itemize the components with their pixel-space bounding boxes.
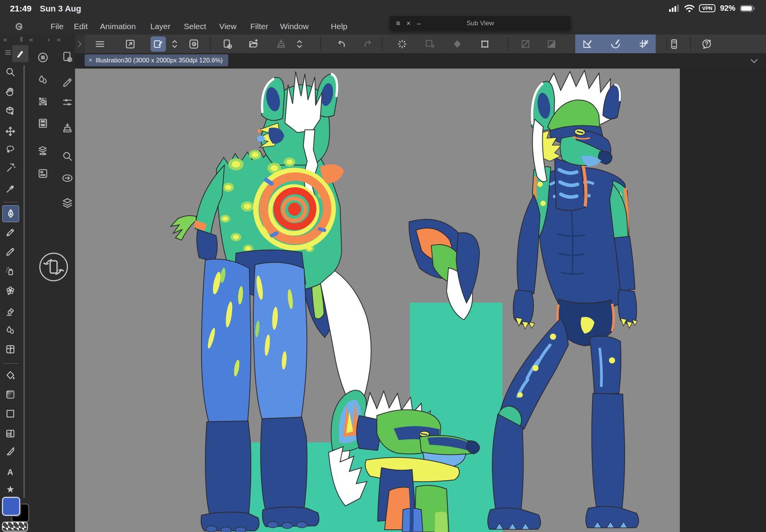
clip-studio-home-button[interactable]: [186, 36, 201, 52]
tool-property-panel-button[interactable]: [60, 95, 75, 110]
edit-keypad-button[interactable]: [666, 36, 682, 52]
sub-tool-panel-button[interactable]: [60, 49, 75, 64]
auto-select-tool[interactable]: [2, 159, 18, 175]
transparent-color-swatch[interactable]: [2, 522, 28, 532]
snap-to-ruler-button[interactable]: [579, 36, 595, 52]
menu-item-help[interactable]: Help: [331, 20, 347, 33]
pen-tool[interactable]: [2, 205, 19, 222]
airbrush-tool[interactable]: [2, 263, 18, 279]
pen-tab-icon: [15, 49, 25, 59]
menu-item-edit[interactable]: Edit: [74, 20, 88, 33]
zoom-tool[interactable]: [2, 64, 18, 80]
hand-tool[interactable]: [2, 84, 18, 100]
mask-area-button[interactable]: [544, 36, 559, 52]
panel-collapse-chevron-icon[interactable]: «: [57, 35, 61, 44]
fit-to-screen-button[interactable]: [123, 36, 138, 52]
pencil-tool[interactable]: [2, 224, 18, 241]
tool-property-toggle[interactable]: [151, 36, 166, 52]
menu-item-animation[interactable]: Animation: [100, 20, 136, 33]
new-canvas-button[interactable]: [220, 36, 235, 52]
snap-special-ruler-button[interactable]: [608, 36, 623, 52]
figure-tool[interactable]: [2, 406, 18, 422]
cellular-signal-icon: [669, 5, 680, 12]
toolbar-separator: [210, 37, 211, 51]
menu-item-window[interactable]: Window: [280, 20, 309, 33]
date: Sun 3 Aug: [40, 4, 81, 14]
layer-property-panel-button[interactable]: [35, 166, 51, 181]
app-background: [680, 69, 766, 532]
snap-to-grid-button[interactable]: [636, 36, 651, 52]
balloon-tool[interactable]: [2, 482, 18, 498]
lasso-selection-tool[interactable]: [2, 141, 18, 157]
mask-outside-button[interactable]: [518, 36, 533, 52]
brush-tool[interactable]: [2, 244, 18, 260]
toolbar-separator: [508, 37, 509, 51]
rotate-reset-canvas-button[interactable]: [38, 252, 69, 282]
panel-collapse-chevron-icon[interactable]: «: [3, 35, 7, 44]
document-tab-bar: × Illustration30 (3000 x 2000px 350dpi 1…: [75, 53, 766, 69]
color-set-panel-button[interactable]: [35, 94, 51, 109]
artwork: [75, 69, 680, 532]
reselect-button[interactable]: [422, 36, 437, 52]
gradient-tool[interactable]: [2, 386, 18, 403]
deselect-button[interactable]: [394, 36, 410, 52]
eraser-tool[interactable]: [2, 303, 18, 319]
subtool-swap-chevrons[interactable]: [167, 36, 182, 52]
menu-item-view[interactable]: View: [219, 20, 236, 33]
ipad-status-bar: 21:49 Sun 3 Aug VPN 92%: [0, 0, 766, 18]
undo-button[interactable]: [334, 36, 349, 52]
liquify-tool[interactable]: [2, 341, 18, 357]
save-button[interactable]: [273, 36, 289, 52]
help-button[interactable]: [699, 36, 714, 52]
blend-tool[interactable]: [2, 322, 18, 338]
close-tab-icon[interactable]: ×: [88, 56, 93, 64]
frame-border-tool[interactable]: [2, 426, 18, 442]
main-menu-button[interactable]: [92, 36, 108, 52]
redo-button[interactable]: [360, 36, 376, 52]
tool-strip-pen-tab[interactable]: [12, 45, 28, 62]
battery-icon: [740, 5, 755, 12]
menu-item-layer[interactable]: Layer: [150, 20, 170, 33]
auto-action-panel-button[interactable]: [60, 170, 75, 186]
material-panel-button[interactable]: [35, 144, 51, 159]
document-tab[interactable]: × Illustration30 (3000 x 2000px 350dpi 1…: [85, 54, 228, 66]
command-toolbar: [0, 34, 766, 53]
layers-panel-button[interactable]: [60, 195, 75, 211]
menu-item-file[interactable]: File: [51, 20, 64, 33]
tool-strip-divider: [3, 363, 18, 364]
panel-collapse-chevron-icon[interactable]: ‖: [20, 35, 23, 44]
tab-overflow-chevron-down-icon[interactable]: [749, 56, 759, 66]
drawing-canvas[interactable]: [75, 69, 680, 532]
operation-tool[interactable]: [2, 103, 18, 119]
navigator-panel-button[interactable]: [35, 50, 51, 65]
eyedropper-tool[interactable]: [2, 181, 18, 197]
move-layer-tool[interactable]: [2, 123, 18, 139]
sub-view-panel-button[interactable]: [60, 149, 75, 164]
fill-tool[interactable]: [2, 367, 18, 383]
svg-text:A: A: [7, 468, 13, 477]
sub-view-title: Sub View: [390, 20, 571, 27]
menu-item-select[interactable]: Select: [184, 20, 206, 33]
brush-settings-panel-button[interactable]: [60, 75, 75, 90]
tool-strip-scrollbar[interactable]: [23, 65, 25, 498]
menu-item-filter[interactable]: Filter: [250, 20, 268, 33]
fill-selection-button[interactable]: [450, 36, 465, 52]
page-swap-chevrons[interactable]: [292, 36, 307, 52]
text-tool[interactable]: A: [2, 464, 18, 480]
tool-strip-menu-icon[interactable]: [4, 48, 12, 57]
panel-collapse-chevron-icon[interactable]: ›: [47, 35, 50, 44]
sub-view-window-titlebar[interactable]: ≡ × – Sub View: [390, 16, 571, 30]
export-panel-button[interactable]: [60, 121, 75, 136]
foreground-color-swatch[interactable]: [2, 497, 20, 516]
timeline-panel-button[interactable]: [35, 116, 51, 131]
menu-bar: FileEditAnimationLayerSelectViewFilterWi…: [0, 18, 766, 34]
line-correction-tool[interactable]: [2, 443, 18, 459]
panel-collapse-chevron-icon[interactable]: «: [29, 35, 33, 44]
toolbar-separator: [690, 37, 691, 51]
decoration-tool[interactable]: [2, 282, 18, 298]
color-mix-panel-button[interactable]: [35, 72, 51, 87]
transform-button[interactable]: [477, 36, 493, 52]
toolbar-separator: [381, 37, 382, 51]
clip-studio-paint-logo-icon[interactable]: [13, 21, 25, 32]
open-file-button[interactable]: [246, 36, 261, 52]
